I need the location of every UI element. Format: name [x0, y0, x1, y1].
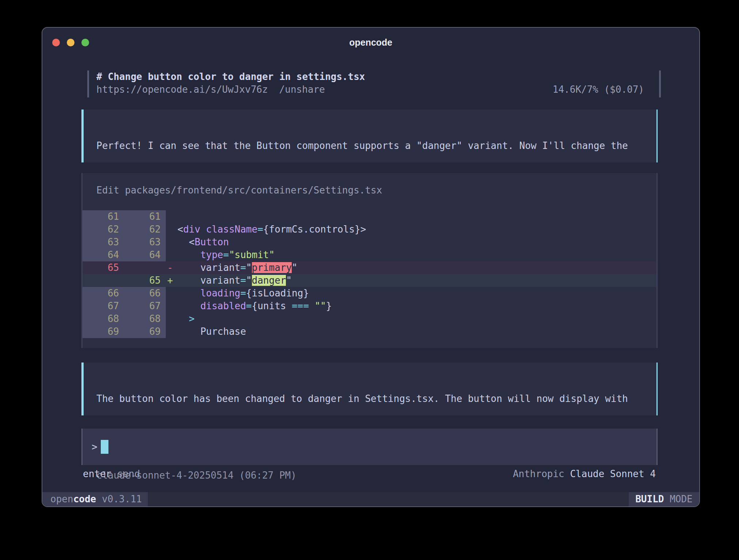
diff-row: 65+ variant="danger"	[83, 274, 656, 287]
share-url-link[interactable]: https://opencode.ai/s/UwJxv76z	[96, 84, 268, 95]
prompt-chevron: >	[92, 441, 97, 453]
assistant-message: Perfect! I can see that the Button compo…	[81, 110, 658, 162]
unshare-command[interactable]: /unshare	[279, 84, 325, 95]
header-right-rule	[659, 70, 661, 97]
app-name-code: code	[73, 494, 96, 505]
diff-row: 6363 <Button	[83, 236, 656, 249]
app-version-segment: opencode v0.3.11	[42, 492, 148, 506]
diff-row: 6464 type="submit"	[83, 249, 656, 261]
token-usage-cost: 14.6K/7% ($0.07)	[553, 83, 644, 96]
edit-tool-title: Edit packages/frontend/src/containers/Se…	[96, 184, 382, 197]
diff-row: 6969 Purchase	[83, 325, 656, 338]
assistant-message: The button color has been changed to dan…	[81, 363, 658, 415]
session-header: # Change button color to danger in setti…	[42, 70, 699, 97]
diff-row: 6767 disabled={units === ""}	[83, 300, 656, 312]
model-name: Claude Sonnet 4	[570, 468, 656, 479]
enter-action-label	[111, 468, 117, 479]
session-title: # Change button color to danger in setti…	[96, 70, 365, 83]
edit-tool-card: Edit packages/frontend/src/containers/Se…	[81, 173, 658, 348]
enter-key-label: enter	[83, 468, 111, 479]
status-bar: opencode v0.3.11 ~/Desktop/Projects/demo…	[42, 492, 699, 506]
prompt-input[interactable]: >	[81, 429, 658, 465]
titlebar: opencode	[42, 28, 699, 53]
diff-row: 6262<div className={formCs.controls}>	[83, 223, 656, 236]
send-label: send	[117, 468, 140, 479]
app-name-open: open	[50, 494, 73, 505]
mode-mode-label: MODE	[664, 494, 693, 505]
diff-row: 6161	[83, 210, 656, 223]
diff-row: 6666 loading={isLoading}	[83, 287, 656, 300]
message-line: The button color has been changed to dan…	[96, 392, 656, 405]
diff-view: 61616262<div className={formCs.controls}…	[83, 210, 656, 338]
hint-row: enter send Anthropic Claude Sonnet 4	[81, 468, 658, 480]
header-left-rule	[87, 70, 89, 97]
model-provider: Anthropic	[513, 468, 570, 479]
message-line: Perfect! I can see that the Button compo…	[96, 139, 656, 152]
diff-row: 65- variant="primary"	[83, 261, 656, 274]
opencode-terminal-window: opencode # Change button color to danger…	[42, 27, 700, 507]
app-version: v0.3.11	[96, 494, 142, 505]
enter-hint: enter send	[83, 468, 140, 480]
text-cursor	[101, 440, 108, 454]
mode-build-label: BUILD	[635, 494, 664, 505]
desktop-background: opencode # Change button color to danger…	[0, 0, 739, 560]
diff-row: 6868 >	[83, 312, 656, 325]
mode-segment[interactable]: BUILD MODE	[629, 492, 699, 506]
window-title: opencode	[42, 37, 699, 48]
model-indicator: Anthropic Claude Sonnet 4	[513, 468, 656, 480]
session-share-row: https://opencode.ai/s/UwJxv76z/unshare	[96, 83, 325, 96]
